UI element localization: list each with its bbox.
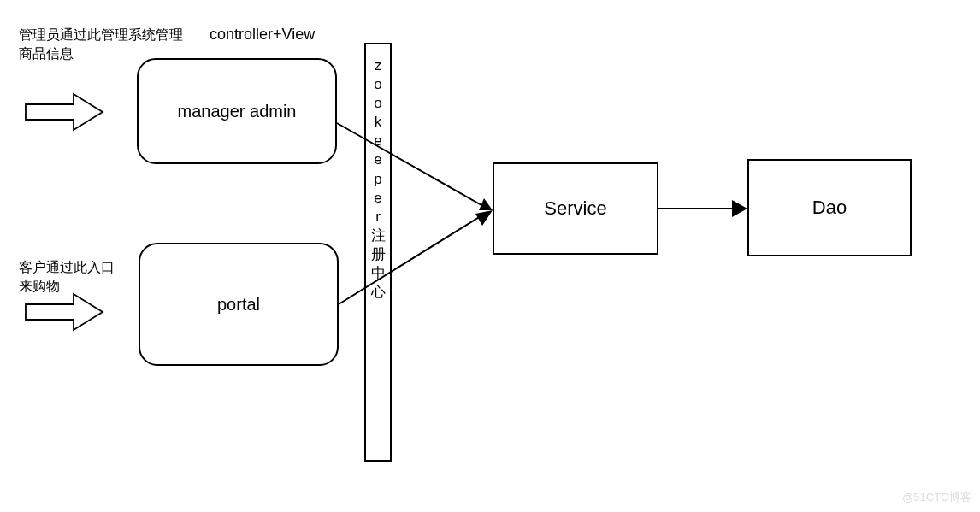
- portal-arrow-icon: [26, 294, 103, 330]
- dao-box: Dao: [747, 159, 912, 256]
- manager-admin-label: manager admin: [178, 102, 297, 121]
- svg-marker-0: [26, 94, 103, 130]
- portal-annotation-line2: 来购物: [19, 279, 60, 293]
- admin-annotation-line1: 管理员通过此管理系统管理: [19, 27, 183, 42]
- portal-to-service-arrow: [339, 210, 493, 304]
- portal-annotation-line1: 客户通过此入口: [19, 260, 115, 274]
- svg-line-2: [337, 123, 487, 209]
- manager-admin-box: manager admin: [137, 58, 337, 164]
- service-box: Service: [493, 162, 658, 255]
- portal-label: portal: [217, 295, 260, 315]
- svg-line-4: [339, 212, 487, 304]
- manager-to-service-arrow: [337, 123, 493, 210]
- svg-marker-7: [732, 200, 747, 217]
- portal-annotation: 客户通过此入口 来购物: [19, 258, 115, 297]
- controller-view-label: controller+View: [210, 26, 315, 44]
- svg-marker-1: [26, 294, 103, 330]
- zookeeper-box: zookeeper注册中心: [364, 43, 392, 462]
- admin-arrow-icon: [26, 94, 103, 130]
- watermark: @51CTO博客: [902, 490, 971, 505]
- portal-box: portal: [139, 243, 339, 366]
- dao-label: Dao: [812, 197, 847, 219]
- service-label: Service: [544, 197, 606, 220]
- service-to-dao-arrow: [658, 200, 747, 217]
- admin-annotation-line2: 商品信息: [19, 46, 74, 61]
- svg-marker-3: [479, 198, 493, 210]
- svg-marker-5: [475, 210, 493, 226]
